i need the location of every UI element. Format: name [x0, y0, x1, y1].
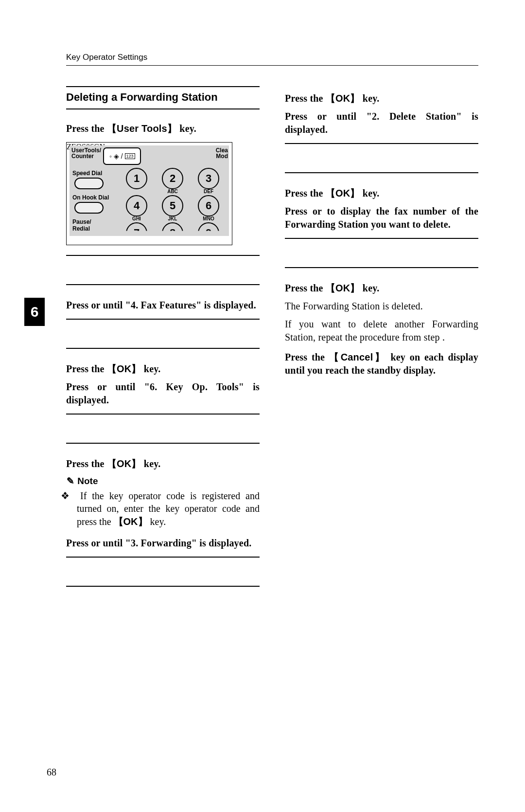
- result-text: The Forwarding Station is deleted.: [285, 300, 478, 313]
- key-9: 9: [195, 222, 222, 245]
- speed-dial-label: Speed Dial: [72, 170, 119, 177]
- key-5: 5JKL: [159, 195, 186, 220]
- step-press-cancel: Press the Cancel key on each display unt…: [285, 351, 478, 377]
- header-rule: [66, 65, 478, 66]
- page-number: 68: [47, 767, 56, 778]
- step-key-op-tools: Press or until "6. Key Op. Tools" is dis…: [66, 380, 260, 407]
- keycap-ok: OK: [326, 188, 360, 198]
- keycap-ok: OK: [326, 283, 360, 293]
- onhook-button: [74, 202, 104, 214]
- chapter-tab: 6: [24, 298, 45, 326]
- step-forwarding: Press or until "3. Forwarding" is displa…: [66, 537, 260, 550]
- speed-dial-button: [74, 178, 104, 189]
- step-press-ok-2: Press the OK key.: [66, 457, 260, 470]
- step-press-ok-1: Press the OK key.: [66, 362, 260, 376]
- keycap-usertools: User Tools: [107, 123, 177, 134]
- usertools-label: UserTools/Counter: [71, 147, 101, 159]
- step-fax-features: Press or until "4. Fax Features" is disp…: [66, 299, 260, 312]
- clear-modes-label: CleaMod: [216, 147, 228, 159]
- text: key.: [177, 123, 196, 134]
- step-press-ok-5: Press the OK key.: [285, 282, 478, 295]
- keycap-ok: OK: [114, 516, 148, 527]
- lcd-placeholder: [66, 319, 260, 349]
- lcd-placeholder: [285, 238, 478, 268]
- key-3: 3DEF: [195, 168, 222, 193]
- text: Press the: [66, 123, 107, 134]
- bulb-icon: ❖: [66, 489, 75, 502]
- subsection-title: Deleting a Forwarding Station: [66, 91, 218, 103]
- step-delete-station: Press or until "2. Delete Station" is di…: [285, 110, 478, 136]
- right-column: Press the OK key. Press or until "2. Del…: [285, 86, 478, 600]
- left-column: Deleting a Forwarding Station Press the …: [66, 86, 260, 600]
- lcd-placeholder: [285, 143, 478, 173]
- key-6: 6MNO: [195, 195, 222, 220]
- pause-label: Pause/Redial: [72, 218, 119, 232]
- pencil-icon: ✎: [66, 475, 75, 487]
- numeric-keypad: 1 2ABC 3DEF 4GHI 5JKL 6MNO 7 8 9: [123, 168, 222, 245]
- keypad-figure: UserTools/Counter ◦◈/123 CleaMod Speed D…: [66, 142, 232, 245]
- step-press-ok-4: Press the OK key.: [285, 187, 478, 200]
- keycap-cancel: Cancel: [329, 352, 386, 362]
- step-display-fax-number: Press or to display the fax number of th…: [285, 205, 478, 231]
- note-heading: ✎ Note: [66, 475, 260, 487]
- step-press-usertools: Press the User Tools key.: [66, 122, 260, 135]
- key-1: 1: [123, 168, 150, 193]
- key-2: 2ABC: [159, 168, 186, 193]
- keycap-ok: OK: [326, 93, 360, 104]
- keycap-ok: OK: [107, 458, 141, 469]
- note-body: ❖ If the key operator code is registered…: [77, 489, 260, 528]
- repeat-text: If you want to delete another Forwarding…: [285, 318, 478, 344]
- usertools-button-graphic: ◦◈/123: [103, 147, 141, 165]
- key-8: 8: [159, 222, 186, 245]
- lcd-placeholder: [66, 255, 260, 285]
- keycap-ok: OK: [107, 363, 141, 374]
- lcd-placeholder: [66, 557, 260, 587]
- lcd-placeholder: [66, 414, 260, 444]
- step-press-ok-3: Press the OK key.: [285, 92, 478, 105]
- onhook-label: On Hook Dial: [72, 194, 119, 201]
- key-4: 4GHI: [123, 195, 150, 220]
- subsection-header: Deleting a Forwarding Station: [66, 86, 260, 109]
- key-7: 7: [123, 222, 150, 245]
- running-header: Key Operator Settings: [66, 53, 478, 62]
